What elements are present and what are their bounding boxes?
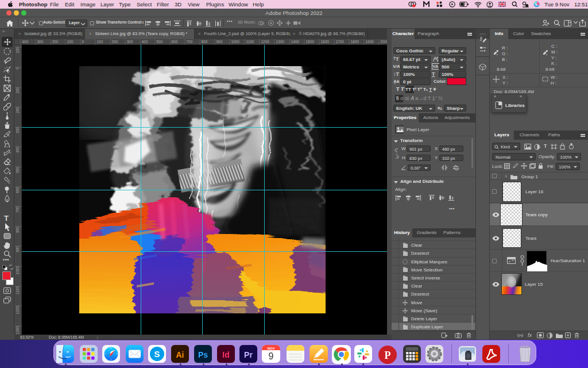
svg-text:1200: 1200	[261, 40, 270, 44]
svg-text:900: 900	[216, 40, 223, 44]
svg-text:Ai: Ai	[176, 350, 184, 359]
svg-text:P: P	[385, 350, 391, 361]
svg-text:NOV: NOV	[267, 347, 274, 350]
svg-text:0: 0	[82, 40, 84, 44]
svg-text:600: 600	[16, 187, 20, 193]
svg-text:200: 200	[112, 40, 118, 44]
svg-text:1900: 1900	[366, 40, 374, 44]
svg-text:1200: 1200	[16, 306, 20, 315]
svg-text:0: 0	[16, 67, 20, 70]
svg-text:9: 9	[269, 351, 274, 361]
svg-text:Ps: Ps	[198, 350, 208, 359]
svg-text:800: 800	[202, 40, 208, 44]
svg-text:200: 200	[52, 40, 59, 44]
svg-text:700: 700	[16, 206, 20, 213]
svg-text:100: 100	[67, 40, 74, 44]
svg-text:S: S	[154, 349, 160, 359]
svg-text:1100: 1100	[16, 286, 20, 294]
svg-text:400: 400	[22, 40, 29, 44]
svg-text:300: 300	[127, 40, 133, 44]
svg-text:600: 600	[172, 40, 178, 44]
svg-text:1800: 1800	[351, 40, 359, 44]
svg-text:700: 700	[187, 40, 193, 44]
svg-text:400: 400	[142, 40, 148, 44]
svg-text:300: 300	[16, 127, 20, 133]
svg-text:1600: 1600	[321, 40, 330, 44]
svg-text:Id: Id	[222, 350, 229, 359]
svg-text:1700: 1700	[336, 40, 345, 44]
svg-text:2000: 2000	[381, 40, 388, 44]
svg-text:300: 300	[37, 40, 44, 44]
svg-text:100: 100	[97, 40, 103, 44]
svg-text:500: 500	[16, 167, 20, 173]
svg-text:100: 100	[16, 47, 20, 53]
svg-text:1000: 1000	[231, 40, 240, 44]
svg-text:1300: 1300	[16, 326, 20, 335]
svg-text:1500: 1500	[306, 40, 315, 44]
svg-text:400: 400	[16, 147, 20, 153]
svg-text:500: 500	[157, 40, 163, 44]
svg-text:Pr: Pr	[244, 350, 253, 359]
svg-text:1300: 1300	[276, 40, 285, 44]
svg-text:800: 800	[16, 227, 20, 233]
svg-text:900: 900	[16, 246, 20, 252]
svg-text:200: 200	[16, 107, 20, 113]
svg-text:1100: 1100	[246, 40, 254, 44]
svg-text:100: 100	[16, 87, 20, 94]
svg-text:1400: 1400	[291, 40, 300, 44]
svg-text:1000: 1000	[16, 266, 20, 275]
